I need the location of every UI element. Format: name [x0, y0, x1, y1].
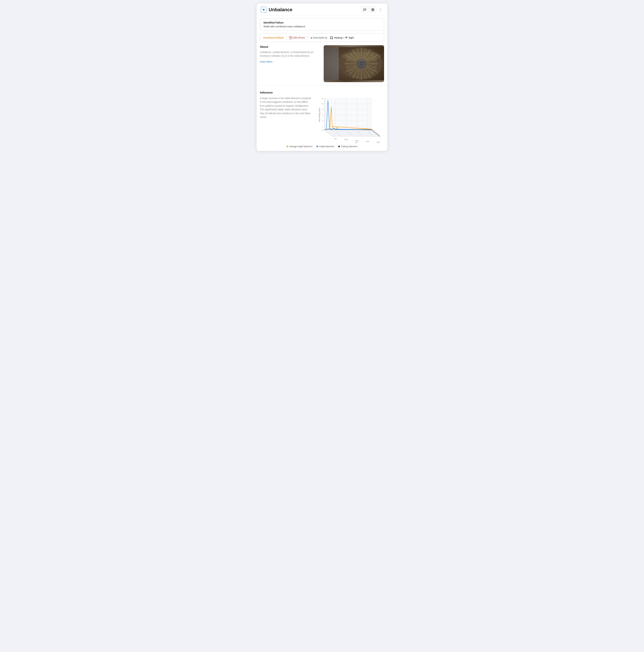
- about-section: About Unbalance, usually dynamic, is cha…: [257, 45, 387, 85]
- svg-point-2: [365, 9, 365, 10]
- svg-text:1500: 1500: [355, 140, 358, 141]
- chart-legend: Average Insight Spectrum Insight Spectru…: [257, 143, 387, 151]
- svg-point-1: [365, 9, 365, 10]
- inference-right: 0 2 4 6 8 10 12 RMS Velocity (mm/s) 500 …: [315, 97, 384, 143]
- sep1: |: [286, 36, 287, 39]
- legend-insight: Insight Spectrum: [316, 145, 334, 148]
- inference-left: A larger increase in the radial directio…: [260, 97, 312, 121]
- learn-more-label: Learn More: [260, 60, 272, 63]
- sight-item: 👁 Sight: [345, 36, 354, 39]
- logo-icon: [261, 7, 267, 13]
- svg-rect-4: [373, 8, 374, 10]
- sight-label: Sight: [349, 36, 354, 39]
- svg-text:12: 12: [321, 98, 323, 100]
- functional-failure-label: Functional Failure: [263, 36, 284, 39]
- header-actions: ⋮: [361, 6, 383, 13]
- hearing-label: Hearing: [334, 36, 342, 39]
- sight-icon: 👁: [345, 36, 347, 39]
- section-divider: [257, 85, 387, 86]
- identified-failure-value: Shaft with combined mass unbalance: [263, 25, 381, 28]
- inference-body: A larger increase in the radial directio…: [260, 97, 312, 119]
- legend-training: Training Spectrum: [338, 145, 357, 148]
- hearing-icon: 🎧: [330, 36, 333, 39]
- header-left: Unbalance: [261, 7, 292, 13]
- inference-title: Inference: [260, 88, 384, 94]
- svg-point-0: [364, 9, 365, 10]
- learn-more-link[interactable]: Learn More ›: [260, 60, 273, 63]
- severity-icon: [289, 36, 292, 39]
- more-button[interactable]: ⋮: [378, 7, 383, 12]
- svg-point-42: [342, 52, 381, 61]
- svg-text:2: 2: [322, 126, 323, 127]
- legend-label-insight: Insight Spectrum: [319, 145, 334, 148]
- legend-average-insight: Average Insight Spectrum: [287, 145, 312, 148]
- inference-row: A larger increase in the radial directio…: [260, 97, 384, 143]
- legend-label-training: Training Spectrum: [341, 145, 357, 148]
- fan-photo: [324, 45, 384, 82]
- legend-dot-orange: [287, 146, 288, 147]
- main-card: Unbalance ⋮: [257, 3, 387, 151]
- svg-text:4: 4: [322, 120, 323, 122]
- svg-text:6: 6: [322, 114, 323, 116]
- sep2: |: [307, 36, 308, 39]
- about-image: [324, 45, 384, 82]
- severity-text: 28% (Poor): [293, 36, 305, 39]
- hearing-item: 🎧 Hearing: [330, 36, 342, 39]
- svg-text:2000: 2000: [366, 141, 369, 142]
- detectable-label: ◈ Detectable by: [310, 36, 327, 39]
- logo-dot: [263, 9, 264, 10]
- spectrum-chart: 0 2 4 6 8 10 12 RMS Velocity (mm/s) 500 …: [315, 97, 384, 143]
- svg-text:0: 0: [322, 129, 323, 131]
- about-left: About Unbalance, usually dynamic, is cha…: [260, 45, 320, 63]
- status-bar: Functional Failure | 28% (Poor) | ◈ Dete…: [260, 33, 384, 42]
- legend-dot-blue: [316, 146, 318, 147]
- identified-failure-box: Identified Failure Shaft with combined m…: [260, 18, 384, 31]
- header: Unbalance ⋮: [257, 3, 387, 16]
- page-title: Unbalance: [269, 7, 292, 12]
- legend-dot-black: [338, 146, 340, 147]
- svg-text:1000: 1000: [344, 139, 347, 140]
- svg-text:8: 8: [322, 109, 323, 110]
- svg-point-40: [361, 63, 362, 65]
- svg-rect-5: [371, 10, 373, 11]
- svg-text:500: 500: [334, 138, 337, 139]
- about-title: About: [260, 45, 320, 49]
- severity-badge: 28% (Poor): [289, 36, 305, 39]
- learn-more-chevron: ›: [273, 60, 274, 63]
- svg-text:Hz: Hz: [356, 142, 357, 143]
- identified-failure-label: Identified Failure: [263, 21, 381, 24]
- svg-rect-3: [371, 8, 373, 10]
- inference-section: Inference A larger increase in the radia…: [257, 88, 387, 143]
- svg-rect-6: [373, 10, 374, 11]
- sense-separator: e: [343, 36, 344, 39]
- svg-text:2500: 2500: [377, 141, 380, 143]
- svg-rect-41: [324, 47, 339, 80]
- svg-text:10: 10: [321, 103, 323, 105]
- legend-label-average: Average Insight Spectrum: [289, 145, 312, 148]
- chat-button[interactable]: [361, 6, 368, 13]
- layout-button[interactable]: [369, 6, 376, 13]
- about-body: Unbalance, usually dynamic, is character…: [260, 50, 320, 58]
- svg-text:RMS Velocity (mm/s): RMS Velocity (mm/s): [318, 108, 320, 122]
